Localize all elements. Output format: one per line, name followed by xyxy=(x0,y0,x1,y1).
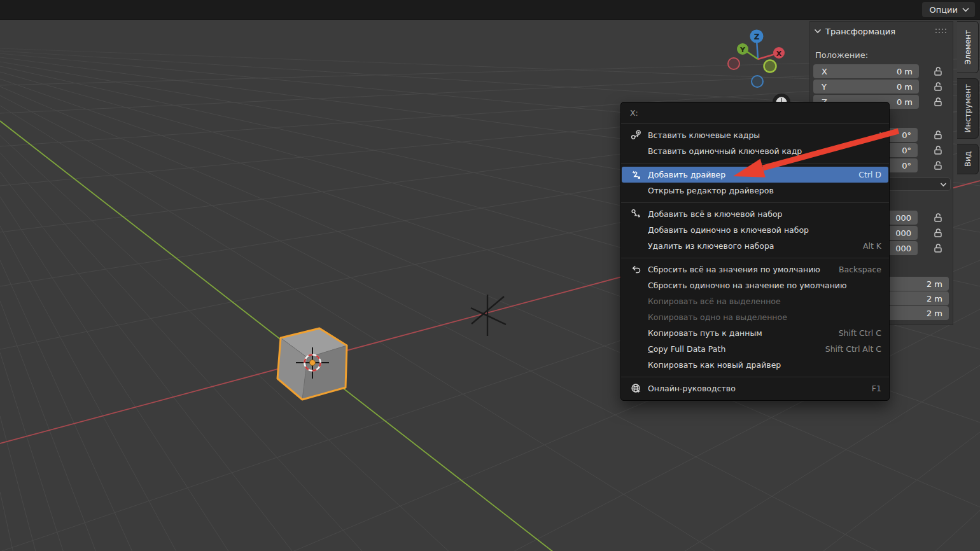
menu-item-insert-single-keyframe[interactable]: Вставить одиночный ключевой кадр xyxy=(621,143,889,159)
tab-label: Инструмент xyxy=(963,84,972,132)
menu-item-label: Вставить ключевые кадры xyxy=(648,130,870,140)
tab-label: Элемент xyxy=(963,30,972,65)
menu-item-label: Сбросить одиночно на значение по умолчан… xyxy=(648,281,872,290)
tab-tool[interactable]: Инструмент xyxy=(957,78,979,139)
tab-element[interactable]: Элемент xyxy=(957,21,979,73)
keying-set-icon xyxy=(629,209,642,220)
lock-open-icon[interactable] xyxy=(933,213,943,223)
tab-label: Вид xyxy=(963,151,972,167)
position-y-field[interactable]: Y 0 m xyxy=(813,80,919,94)
gizmo-z-label: Z xyxy=(754,32,760,41)
tab-view[interactable]: Вид xyxy=(957,144,979,174)
menu-item-remove-from-keying-set[interactable]: Удалить из ключевого набора Alt K xyxy=(621,238,889,254)
menu-item-shortcut: Backspace xyxy=(839,265,881,274)
menu-item-add-driver[interactable]: Добавить драйвер Ctrl D xyxy=(622,167,888,183)
lock-open-icon[interactable] xyxy=(933,97,943,107)
gizmo-axis-z-neg[interactable] xyxy=(752,76,763,87)
field-value: 000 xyxy=(895,244,911,253)
field-value: 2 m xyxy=(927,309,942,318)
chevron-down-icon xyxy=(814,29,822,34)
menu-item-reset-single-default[interactable]: Сбросить одиночно на значение по умолчан… xyxy=(621,277,889,293)
menu-item-shortcut: I xyxy=(879,130,881,140)
menu-item-label: Копировать путь к данным xyxy=(648,328,830,338)
menu-item-label: Открыть редактор драйверов xyxy=(648,186,872,195)
menu-item-label: Копировать как новый драйвер xyxy=(648,360,872,370)
menu-item-insert-keyframes[interactable]: Вставить ключевые кадры I xyxy=(621,127,889,143)
menu-item-label: Копировать одно на выделенное xyxy=(648,312,872,322)
menu-item-copy-all-to-selected: Копировать всё на выделенное xyxy=(621,293,889,309)
lock-open-icon[interactable] xyxy=(933,130,943,140)
lock-open-icon[interactable] xyxy=(933,228,943,238)
field-value: 0° xyxy=(902,146,911,155)
options-label: Опции xyxy=(930,5,958,15)
menu-item-label: Добавить драйвер xyxy=(648,170,850,179)
field-value: 000 xyxy=(895,213,911,223)
field-value: 0 m xyxy=(897,82,919,92)
field-value: 2 m xyxy=(927,294,942,303)
lock-open-icon[interactable] xyxy=(933,243,943,253)
field-value: 0° xyxy=(902,130,911,140)
menu-item-copy-data-path[interactable]: Копировать путь к данным Shift Ctrl C xyxy=(621,325,889,341)
axis-label: Y xyxy=(813,82,841,92)
menu-item-label: Copy Full Data Path xyxy=(648,344,816,354)
menu-item-shortcut: Alt K xyxy=(863,241,881,251)
menu-item-open-drivers-editor[interactable]: Открыть редактор драйверов xyxy=(621,183,889,199)
field-value: 000 xyxy=(895,228,911,238)
panel-title: Трансформация xyxy=(825,27,895,36)
transform-panel-header[interactable]: Трансформация xyxy=(810,22,953,41)
menu-item-shortcut: F1 xyxy=(872,384,881,393)
menu-item-label: Онлайн-руководство xyxy=(648,384,863,393)
sidebar-tabs: Элемент Инструмент Вид xyxy=(957,21,979,179)
panel-grip-icon[interactable] xyxy=(935,28,946,34)
gizmo-x-label: X xyxy=(776,50,782,58)
menu-item-label: Добавить всё в ключевой набор xyxy=(648,209,872,219)
lock-open-icon[interactable] xyxy=(933,160,943,171)
menu-item-reset-all-defaults[interactable]: Сбросить всё на значения по умолчанию Ba… xyxy=(621,262,889,277)
driver-icon xyxy=(629,169,642,180)
field-value: 2 m xyxy=(927,279,942,289)
menu-item-copy-full-data-path[interactable]: Copy Full Data Path Shift Ctrl Alt C xyxy=(621,341,889,357)
gizmo-y-label: Y xyxy=(739,46,746,54)
globe-icon xyxy=(629,383,642,394)
menu-item-label: Копировать всё на выделенное xyxy=(648,296,872,306)
menu-item-label: Вставить одиночный ключевой кадр xyxy=(648,146,872,156)
menu-item-shortcut: Shift Ctrl C xyxy=(839,328,881,338)
lock-open-icon[interactable] xyxy=(933,145,943,155)
menu-item-add-all-to-keying-set[interactable]: Добавить всё в ключевой набор xyxy=(621,206,889,222)
context-menu-title: X: xyxy=(621,102,889,123)
position-x-field[interactable]: X 0 m xyxy=(813,64,919,78)
chevron-down-icon xyxy=(940,181,947,188)
lock-open-icon[interactable] xyxy=(933,66,943,76)
chevron-down-icon xyxy=(962,8,969,12)
menu-item-shortcut: Ctrl D xyxy=(858,170,881,179)
undo-icon xyxy=(629,264,642,275)
field-value: 0 m xyxy=(897,67,919,76)
menu-item-online-manual[interactable]: Онлайн-руководство F1 xyxy=(621,380,889,396)
viewport-header: Опции xyxy=(0,0,980,20)
gizmo-axis-x-neg[interactable] xyxy=(728,58,739,69)
context-menu: X: Вставить ключевые кадры I Вставить од… xyxy=(620,102,890,401)
menu-item-copy-single-to-selected: Копировать одно на выделенное xyxy=(621,309,889,325)
menu-item-add-single-to-keying-set[interactable]: Добавить одиночно в ключевой набор xyxy=(621,222,889,238)
menu-item-label: Удалить из ключевого набора xyxy=(648,241,854,251)
gizmo-axis-y-neg[interactable] xyxy=(764,60,776,73)
menu-item-label: Сбросить всё на значения по умолчанию xyxy=(648,265,830,274)
keyframe-add-icon xyxy=(629,130,642,141)
field-value: 0 m xyxy=(897,97,919,107)
object-origin-dot xyxy=(310,360,316,366)
menu-item-copy-as-new-driver[interactable]: Копировать как новый драйвер xyxy=(621,357,889,373)
field-value: 0° xyxy=(902,161,911,171)
axis-label: X xyxy=(813,67,841,76)
menu-item-shortcut: Shift Ctrl Alt C xyxy=(825,344,881,354)
menu-item-label: Добавить одиночно в ключевой набор xyxy=(648,225,872,235)
position-label: Положение: xyxy=(815,50,868,60)
lock-open-icon[interactable] xyxy=(933,81,943,92)
options-button[interactable]: Опции xyxy=(922,2,975,17)
